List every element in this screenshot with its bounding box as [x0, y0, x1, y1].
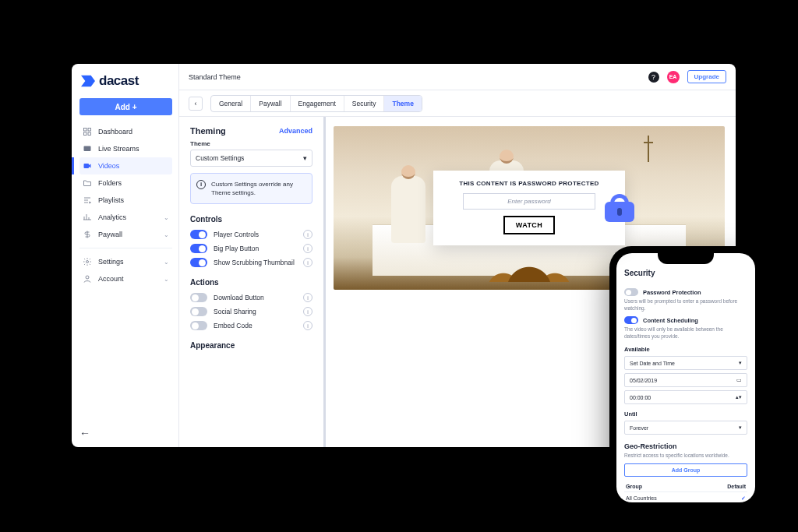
sidebar-item-label: Playlists	[98, 196, 124, 204]
sidebar-item-label: Dashboard	[98, 128, 132, 136]
settings-icon	[83, 257, 92, 266]
sidebar-item-label: Account	[98, 275, 124, 283]
phone-row-content-scheduling: Content Scheduling	[624, 316, 747, 324]
tab-engagement[interactable]: Engagement	[291, 96, 344, 111]
tab-paywall[interactable]: Paywall	[251, 96, 290, 111]
brand-logo-icon	[81, 74, 95, 88]
sidebar-item-dashboard[interactable]: Dashboard	[79, 123, 172, 140]
toggle-switch[interactable]	[624, 316, 638, 324]
svg-rect-2	[84, 132, 87, 136]
topbar: Standard Theme ? EA Upgrade	[179, 64, 736, 90]
sidebar-item-live-streams[interactable]: Live Streams	[79, 140, 172, 157]
controls-title: Controls	[190, 215, 312, 224]
stepper-icon: ▴▾	[736, 394, 742, 400]
toggle-label: Content Scheduling	[643, 317, 698, 324]
toggle-label: Download Button	[214, 294, 264, 301]
phone-row-password-protection: Password Protection	[624, 288, 747, 296]
chevron-down-icon: ⌄	[164, 276, 169, 283]
add-button[interactable]: Add +	[79, 98, 172, 115]
tab-security[interactable]: Security	[344, 96, 385, 111]
phone-time-input[interactable]: 00:00:00 ▴▾	[624, 390, 747, 404]
toggle-switch[interactable]	[624, 288, 638, 296]
info-icon[interactable]: i	[303, 230, 312, 239]
toggle-switch[interactable]	[190, 258, 207, 267]
sidebar: dacast Add + Dashboard Live Streams Vide…	[72, 64, 179, 447]
playlists-icon	[83, 196, 92, 205]
theme-select[interactable]: Custom Settings ▾	[190, 150, 312, 167]
lock-icon	[605, 194, 634, 222]
select-value: Set Date and Time	[630, 361, 675, 366]
toggle-switch[interactable]	[190, 244, 207, 253]
upgrade-button[interactable]: Upgrade	[687, 70, 726, 83]
tab-theme[interactable]: Theme	[384, 96, 421, 111]
sidebar-item-label: Paywall	[98, 231, 122, 238]
tab-general[interactable]: General	[211, 96, 251, 111]
sidebar-item-playlists[interactable]: Playlists	[79, 192, 172, 209]
paywall-icon	[83, 230, 92, 239]
toggle-switch[interactable]	[190, 321, 207, 330]
password-overlay: THIS CONTENT IS PASSWORD PROTECTED Enter…	[433, 171, 625, 245]
toggle-big-play-button: Big Play Button i	[190, 244, 312, 253]
toggle-label: Social Sharing	[214, 308, 256, 315]
chevron-down-icon: ▾	[739, 425, 742, 431]
toggle-switch[interactable]	[190, 230, 207, 239]
theme-field-label: Theme	[190, 140, 312, 147]
toggle-label: Player Controls	[214, 231, 259, 238]
input-value: 00:00:00	[630, 395, 651, 400]
info-icon[interactable]: i	[303, 293, 312, 302]
svg-point-7	[86, 276, 89, 279]
info-icon[interactable]: i	[303, 258, 312, 267]
info-icon[interactable]: i	[303, 307, 312, 316]
advanced-link[interactable]: Advanced	[279, 127, 312, 135]
phone-mockup: Security Password Protection Users will …	[609, 246, 762, 509]
sidebar-item-analytics[interactable]: Analytics ⌄	[79, 209, 172, 226]
sidebar-item-videos[interactable]: Videos	[79, 157, 172, 174]
svg-rect-3	[88, 132, 91, 136]
toggle-scrubbing-thumbnail: Show Scrubbing Thumbnail i	[190, 258, 312, 267]
chevron-down-icon: ⌄	[164, 214, 169, 221]
back-button[interactable]: ‹	[189, 97, 203, 111]
toggle-switch[interactable]	[190, 307, 207, 316]
phone-password-desc: Users will be prompted to enter a passwo…	[624, 298, 747, 312]
svg-rect-5	[84, 164, 90, 168]
phone-geo-desc: Restrict access to specific locations wo…	[624, 452, 747, 459]
brand: dacast	[81, 73, 172, 89]
password-overlay-title: THIS CONTENT IS PASSWORD PROTECTED	[459, 180, 598, 187]
sidebar-item-label: Folders	[98, 179, 122, 187]
phone-geo-table: Group Default All Countries ✓	[624, 481, 747, 502]
sidebar-item-paywall[interactable]: Paywall ⌄	[79, 226, 172, 243]
phone-geo-title: Geo-Restriction	[624, 442, 747, 450]
add-group-button[interactable]: Add Group	[624, 463, 747, 477]
password-input[interactable]: Enter password	[463, 193, 595, 210]
sidebar-item-label: Analytics	[98, 213, 126, 221]
phone-screen: Security Password Protection Users will …	[616, 253, 755, 502]
calendar-icon: ▭	[736, 377, 742, 383]
sidebar-item-settings[interactable]: Settings ⌄	[79, 253, 172, 270]
page-title: Standard Theme	[189, 73, 241, 81]
live-streams-icon	[83, 144, 92, 153]
toggle-switch[interactable]	[190, 293, 207, 302]
toggle-social-sharing: Social Sharing i	[190, 307, 312, 316]
collapse-sidebar-icon[interactable]: ←	[79, 427, 90, 439]
watch-button[interactable]: WATCH	[503, 216, 555, 234]
sidebar-item-account[interactable]: Account ⌄	[79, 270, 172, 287]
settings-panel: Theming Advanced Theme Custom Settings ▾…	[179, 117, 326, 447]
sidebar-item-folders[interactable]: Folders	[79, 174, 172, 192]
phone-date-input[interactable]: 05/02/2019 ▭	[624, 373, 747, 387]
toggle-label: Embed Code	[214, 322, 252, 329]
sidebar-item-label: Videos	[98, 162, 119, 170]
help-icon[interactable]: ?	[648, 72, 659, 83]
background-decoration	[486, 246, 572, 282]
svg-rect-4	[84, 146, 91, 152]
background-decoration	[391, 176, 425, 243]
phone-available-select[interactable]: Set Date and Time ▾	[624, 356, 747, 370]
phone-until-select[interactable]: Forever ▾	[624, 421, 747, 435]
svg-point-6	[87, 261, 89, 263]
info-text: Custom Settings override any Theme setti…	[211, 181, 293, 196]
info-icon[interactable]: i	[303, 244, 312, 253]
table-row[interactable]: All Countries ✓	[624, 491, 747, 502]
background-decoration	[644, 136, 653, 162]
check-icon: ✓	[741, 495, 746, 502]
avatar[interactable]: EA	[667, 71, 680, 83]
info-icon[interactable]: i	[303, 321, 312, 330]
